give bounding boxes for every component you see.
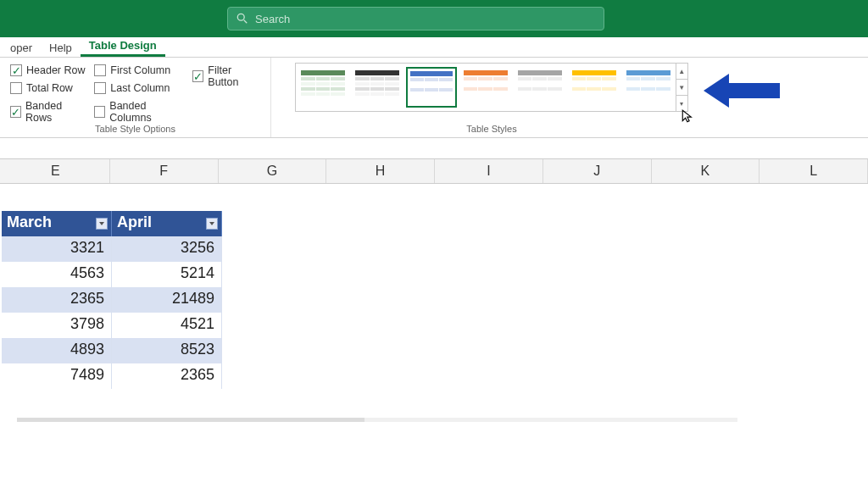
banded-columns-checkbox[interactable]: Banded Columns — [94, 100, 184, 124]
table-styles-group: ▲ ▼ ▾ Table Styles — [288, 58, 695, 137]
col-header-I[interactable]: I — [435, 159, 543, 183]
table-style-thumb-4[interactable] — [460, 67, 511, 108]
data-table: March April 33213256 45635214 236521489 … — [2, 211, 222, 389]
table-style-thumb-2[interactable] — [352, 67, 403, 108]
col-header-H[interactable]: H — [326, 159, 435, 183]
search-input[interactable]: Search — [227, 7, 604, 30]
tab-help[interactable]: Help — [41, 38, 81, 57]
table-style-thumb-5[interactable] — [515, 67, 565, 108]
banded-rows-checkbox[interactable]: ✓Banded Rows — [10, 100, 86, 124]
table-styles-gallery: ▲ ▼ ▾ — [295, 63, 688, 112]
search-placeholder: Search — [255, 13, 290, 25]
table-style-options-group: ✓Header Row Total Row ✓Banded Rows First… — [0, 58, 271, 137]
search-icon — [236, 13, 248, 25]
col-header-G[interactable]: G — [219, 159, 327, 183]
table-row: 33213256 — [2, 236, 222, 262]
filter-dropdown-march[interactable] — [96, 218, 108, 230]
table-header-row: March April — [2, 211, 222, 236]
svg-marker-3 — [99, 222, 104, 225]
table-style-thumb-3-selected[interactable] — [406, 67, 457, 108]
options-group-label: Table Style Options — [0, 124, 270, 136]
sheet-area: E F G H I J K L March April 33213256 456… — [0, 138, 868, 389]
first-column-checkbox[interactable]: First Column — [94, 64, 184, 76]
svg-marker-4 — [209, 222, 214, 225]
table-row: 45635214 — [2, 262, 222, 287]
total-row-checkbox[interactable]: Total Row — [10, 82, 86, 94]
filter-dropdown-april[interactable] — [206, 218, 218, 230]
table-row: 236521489 — [2, 287, 222, 313]
svg-line-1 — [244, 20, 248, 24]
table-row: 74892365 — [2, 363, 222, 389]
table-header-march[interactable]: March — [2, 211, 112, 236]
col-header-F[interactable]: F — [110, 159, 219, 183]
filter-button-checkbox[interactable]: ✓Filter Button — [192, 64, 260, 88]
table-header-april[interactable]: April — [112, 211, 222, 236]
tab-table-design[interactable]: Table Design — [81, 36, 165, 57]
table-style-thumb-1[interactable] — [298, 67, 348, 108]
gallery-scroll-up[interactable]: ▲ — [676, 64, 687, 80]
horizontal-scrollbar[interactable] — [17, 418, 737, 422]
col-header-J[interactable]: J — [543, 159, 652, 183]
header-row-checkbox[interactable]: ✓Header Row — [10, 64, 86, 76]
gallery-scroll: ▲ ▼ ▾ — [676, 64, 687, 111]
scrollbar-thumb[interactable] — [17, 418, 364, 422]
svg-point-0 — [237, 14, 244, 20]
gallery-expand[interactable]: ▾ — [676, 96, 687, 111]
title-bar: Search — [0, 0, 868, 37]
table-row: 37984521 — [2, 313, 222, 338]
col-header-E[interactable]: E — [2, 159, 110, 183]
table-style-thumb-6[interactable] — [569, 67, 620, 108]
col-header-L[interactable]: L — [760, 159, 868, 183]
ribbon: ✓Header Row Total Row ✓Banded Rows First… — [0, 58, 868, 138]
col-header-K[interactable]: K — [652, 159, 760, 183]
table-style-thumb-7[interactable] — [623, 67, 674, 108]
table-row: 48938523 — [2, 338, 222, 363]
gallery-scroll-down[interactable]: ▼ — [676, 80, 687, 96]
last-column-checkbox[interactable]: Last Column — [94, 82, 184, 94]
ribbon-tabs: oper Help Table Design — [0, 37, 868, 58]
tab-developer[interactable]: oper — [2, 38, 41, 57]
styles-group-label: Table Styles — [295, 124, 688, 136]
column-headers: E F G H I J K L — [0, 158, 868, 184]
